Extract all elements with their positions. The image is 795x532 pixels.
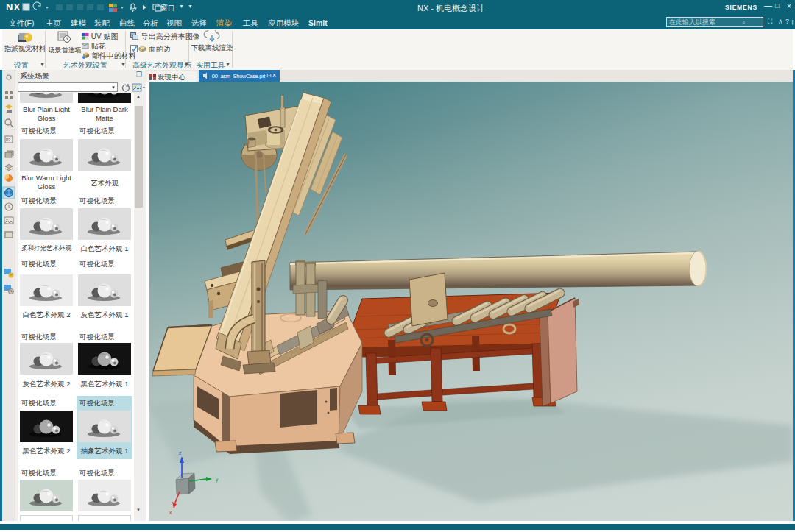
svg-text:P2: P2 [6,138,10,142]
svg-text:y: y [216,477,219,483]
svg-text:z: z [179,450,182,455]
svg-text:x: x [169,510,172,515]
